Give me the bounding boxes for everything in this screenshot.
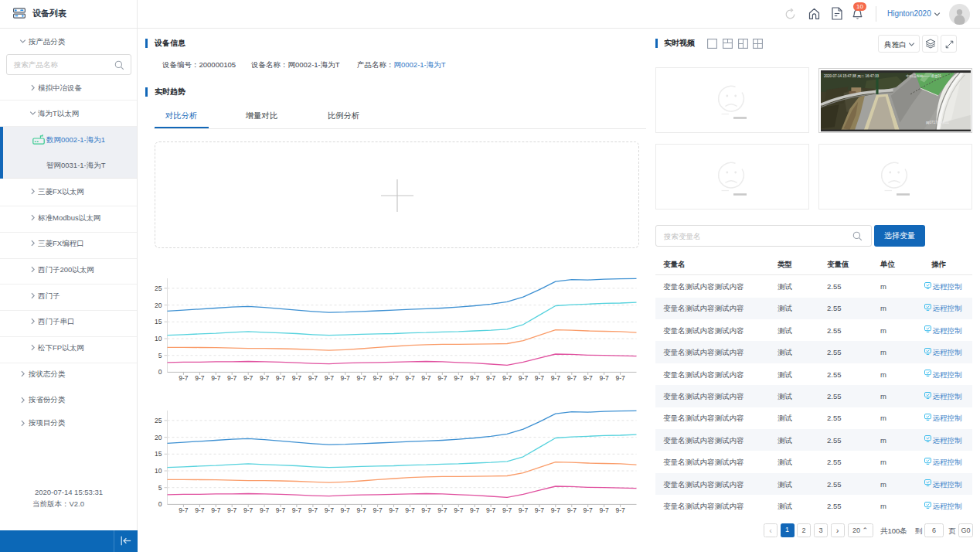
svg-text:9-7: 9-7 [454, 374, 464, 382]
svg-text:9-7: 9-7 [357, 374, 367, 382]
svg-text:9-7: 9-7 [567, 374, 577, 382]
svg-text:9-7: 9-7 [389, 374, 399, 382]
svg-text:9-7: 9-7 [437, 374, 447, 382]
svg-text:20: 20 [155, 434, 162, 441]
svg-text:9-7: 9-7 [325, 506, 335, 514]
svg-text:9-7: 9-7 [276, 506, 286, 514]
svg-text:5: 5 [158, 484, 162, 492]
svg-text:15: 15 [155, 450, 162, 458]
svg-text:20: 20 [155, 302, 162, 309]
svg-text:9-7: 9-7 [551, 506, 561, 514]
svg-text:10: 10 [155, 467, 162, 475]
svg-text:2020-07-14 15:47:38 周二 16:47:3: 2020-07-14 15:47:38 周二 16:47:33 [823, 74, 879, 78]
svg-text:9-7: 9-7 [405, 374, 415, 382]
svg-text:9-7: 9-7 [179, 374, 189, 382]
svg-text:10: 10 [155, 335, 162, 342]
svg-text:9-7: 9-7 [421, 506, 431, 514]
svg-text:9-7: 9-7 [373, 374, 383, 382]
svg-text:9-7: 9-7 [519, 374, 529, 382]
svg-text:5: 5 [158, 352, 162, 359]
svg-text:9-7: 9-7 [486, 374, 496, 382]
svg-text:9-7: 9-7 [325, 374, 335, 382]
svg-text:9-7: 9-7 [308, 374, 318, 382]
svg-text:9-7: 9-7 [421, 374, 431, 382]
svg-text:网0717/摄像01: 网0717/摄像01 [925, 121, 948, 124]
svg-text:9-7: 9-7 [276, 374, 286, 382]
svg-text:9-7: 9-7 [308, 506, 318, 514]
svg-text:25: 25 [155, 417, 162, 424]
svg-text:9-7: 9-7 [615, 374, 625, 382]
svg-text:9-7: 9-7 [535, 374, 545, 382]
svg-text:9-7: 9-7 [486, 506, 496, 514]
svg-text:9-7: 9-7 [437, 506, 447, 514]
svg-text:9-7: 9-7 [502, 374, 512, 382]
svg-text:9-7: 9-7 [292, 506, 302, 514]
svg-text:9-7: 9-7 [535, 506, 545, 514]
svg-text:9-7: 9-7 [357, 506, 367, 514]
svg-text:中科云智能——通道01: 中科云智能——通道01 [906, 73, 941, 78]
svg-text:9-7: 9-7 [519, 506, 529, 514]
svg-text:9-7: 9-7 [470, 506, 480, 514]
svg-text:9-7: 9-7 [341, 374, 351, 382]
svg-text:9-7: 9-7 [584, 374, 594, 382]
svg-text:9-7: 9-7 [567, 506, 577, 514]
svg-text:9-7: 9-7 [179, 506, 189, 514]
svg-text:9-7: 9-7 [389, 506, 399, 514]
svg-text:9-7: 9-7 [211, 506, 221, 514]
svg-text:9-7: 9-7 [292, 374, 302, 382]
svg-text:9-7: 9-7 [260, 506, 270, 514]
svg-text:9-7: 9-7 [373, 506, 383, 514]
svg-text:9-7: 9-7 [227, 374, 237, 382]
svg-text:9-7: 9-7 [260, 374, 270, 382]
svg-text:9-7: 9-7 [599, 506, 609, 514]
svg-text:9-7: 9-7 [454, 506, 464, 514]
svg-text:0: 0 [158, 500, 162, 508]
svg-text:9-7: 9-7 [551, 374, 561, 382]
svg-text:0: 0 [158, 368, 162, 376]
svg-text:15: 15 [155, 318, 162, 325]
svg-text:9-7: 9-7 [615, 506, 625, 514]
svg-text:9-7: 9-7 [243, 506, 254, 514]
svg-text:9-7: 9-7 [599, 374, 609, 382]
svg-text:9-7: 9-7 [341, 506, 351, 514]
svg-text:9-7: 9-7 [470, 374, 480, 382]
svg-text:9-7: 9-7 [584, 506, 594, 514]
svg-text:25: 25 [155, 285, 162, 292]
svg-text:9-7: 9-7 [243, 374, 254, 382]
svg-text:9-7: 9-7 [405, 506, 415, 514]
svg-text:9-7: 9-7 [211, 374, 221, 382]
svg-text:9-7: 9-7 [502, 506, 512, 514]
svg-text:9-7: 9-7 [195, 374, 205, 382]
svg-text:9-7: 9-7 [195, 506, 205, 514]
svg-text:9-7: 9-7 [227, 506, 237, 514]
